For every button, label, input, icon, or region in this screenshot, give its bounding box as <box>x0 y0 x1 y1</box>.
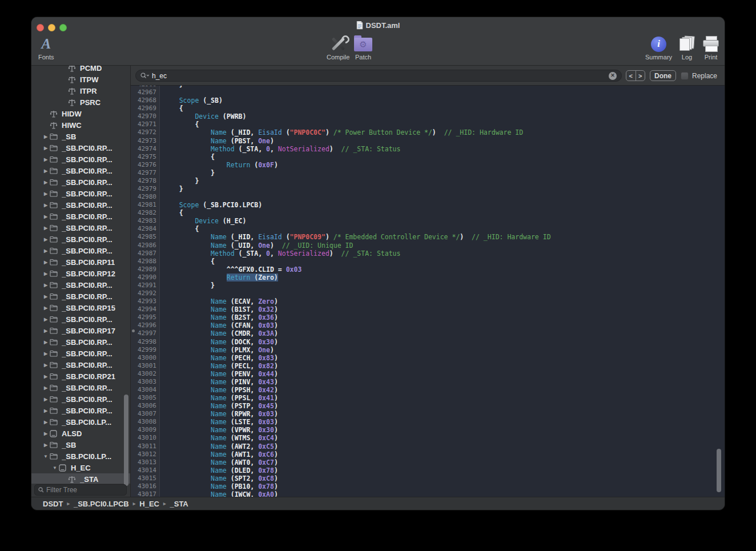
disclosure-collapsed-icon[interactable]: ▶ <box>42 180 50 185</box>
patch-button[interactable]: ⚙ Patch <box>354 35 372 61</box>
disclosure-collapsed-icon[interactable]: ▶ <box>42 226 50 231</box>
sidebar-item-sb-pci0-rp[interactable]: ▶_SB.PCI0.RP... <box>31 336 130 348</box>
code-line: 43013 Name (AWT0, 0xC7) <box>131 459 725 466</box>
disclosure-collapsed-icon[interactable]: ▶ <box>42 431 50 436</box>
sidebar-item-sta[interactable]: _STA <box>31 473 130 484</box>
sidebar-item-sb-pci0-rp[interactable]: ▶_SB.PCI0.RP... <box>31 176 130 188</box>
disclosure-expanded-icon[interactable]: ▼ <box>42 454 50 459</box>
disclosure-collapsed-icon[interactable]: ▶ <box>42 271 50 276</box>
sidebar-item-sb-pci0-rp[interactable]: ▶_SB.PCI0.RP... <box>31 359 130 371</box>
sidebar-item-sb-pci0-rp[interactable]: ▶_SB.PCI0.RP... <box>31 405 130 416</box>
sidebar-item-sb-pci0-rp17[interactable]: ▶_SB.PCI0.RP17 <box>31 325 130 336</box>
sidebar-item-sb-pci0-rp[interactable]: ▶_SB.PCI0.RP... <box>31 313 130 325</box>
sidebar-item-sb-pci0-rp21[interactable]: ▶_SB.PCI0.RP21 <box>31 371 130 382</box>
print-button-label: Print <box>705 54 718 61</box>
disclosure-collapsed-icon[interactable]: ▶ <box>42 237 50 242</box>
sidebar-item-sb-pci0-rp[interactable]: ▶_SB.PCI0.RP... <box>31 348 130 359</box>
sidebar-item-sb-pci0-rp[interactable]: ▶_SB.PCI0.RP... <box>31 382 130 393</box>
find-previous-button[interactable]: < <box>626 71 636 81</box>
sidebar-item-sb-pci0-rp[interactable]: ▶_SB.PCI0.RP... <box>31 154 130 165</box>
sidebar-scrollbar[interactable] <box>124 395 128 486</box>
sidebar-item-hidw[interactable]: HIDW <box>31 108 130 119</box>
splitter-handle[interactable] <box>132 329 135 332</box>
disclosure-collapsed-icon[interactable]: ▶ <box>42 260 50 265</box>
disclosure-collapsed-icon[interactable]: ▶ <box>42 283 50 288</box>
disclosure-collapsed-icon[interactable]: ▶ <box>42 157 50 162</box>
line-number: 42999 <box>131 346 160 354</box>
search-input[interactable]: h_ec ✕ <box>135 70 622 82</box>
sidebar-item-sb-pci0-rp[interactable]: ▶_SB.PCI0.RP... <box>31 142 130 154</box>
sidebar-item-itpr[interactable]: ITPR <box>31 85 130 96</box>
fonts-button[interactable]: A Fonts <box>38 35 54 61</box>
sidebar-item-label: _SB.PCI0.RP... <box>62 144 112 152</box>
sidebar-item-sb-pci0-rp15[interactable]: ▶_SB.PCI0.RP15 <box>31 302 130 313</box>
sidebar-item-hiwc[interactable]: HIWC <box>31 119 130 131</box>
sidebar-tree: PCMDITPWITPRPSRCHIDWHIWC▶_SB▶_SB.PCI0.RP… <box>31 66 130 484</box>
sidebar-item-label: _SB.PCI0.RP... <box>62 315 112 324</box>
disclosure-collapsed-icon[interactable]: ▶ <box>42 340 50 345</box>
disclosure-collapsed-icon[interactable]: ▶ <box>42 214 50 219</box>
disclosure-collapsed-icon[interactable]: ▶ <box>42 328 50 333</box>
sidebar-item-sb-pci0-rp[interactable]: ▶_SB.PCI0.RP... <box>31 279 130 291</box>
sidebar-item-sb-pci0-rp[interactable]: ▶_SB.PCI0.RP... <box>31 291 130 302</box>
sidebar-item-sb[interactable]: ▶_SB <box>31 439 130 451</box>
replace-checkbox[interactable] <box>681 72 689 80</box>
disclosure-collapsed-icon[interactable]: ▶ <box>42 385 50 391</box>
sidebar-item-sb-pci0-rp[interactable]: ▶_SB.PCI0.RP... <box>31 245 130 256</box>
disclosure-collapsed-icon[interactable]: ▶ <box>42 248 50 254</box>
code-line: 42985 Name (_HID, EisaId ("PNP0C09") /* … <box>131 233 725 241</box>
disclosure-collapsed-icon[interactable]: ▶ <box>42 168 50 174</box>
sidebar-item-sb-pci0-rp[interactable]: ▶_SB.PCI0.RP... <box>31 199 130 211</box>
filter-tree-input[interactable]: Filter Tree <box>34 484 127 496</box>
disclosure-collapsed-icon[interactable]: ▶ <box>42 374 50 379</box>
sidebar-item-sb-pci0-rp[interactable]: ▶_SB.PCI0.RP... <box>31 234 130 245</box>
done-button[interactable]: Done <box>650 70 676 81</box>
code-text: Name (_HID, EisaId ("PNP0C09") /* Embedd… <box>160 233 725 241</box>
sidebar-item-sb-pci0-rp[interactable]: ▶_SB.PCI0.RP... <box>31 222 130 234</box>
disclosure-expanded-icon[interactable]: ▼ <box>51 465 59 470</box>
sidebar-item-sb-pci0-lp[interactable]: ▼_SB.PCI0.LP... <box>31 451 130 462</box>
disclosure-collapsed-icon[interactable]: ▶ <box>42 294 50 299</box>
disclosure-collapsed-icon[interactable]: ▶ <box>42 191 50 196</box>
disclosure-collapsed-icon[interactable]: ▶ <box>42 203 50 208</box>
line-number: 42998 <box>131 338 160 346</box>
disclosure-collapsed-icon[interactable]: ▶ <box>42 317 50 322</box>
sidebar-item-sb[interactable]: ▶_SB <box>31 131 130 142</box>
find-next-button[interactable]: > <box>636 71 645 81</box>
sidebar-item-sb-pci0-rp[interactable]: ▶_SB.PCI0.RP... <box>31 188 130 199</box>
disclosure-collapsed-icon[interactable]: ▶ <box>42 420 50 425</box>
disclosure-collapsed-icon[interactable]: ▶ <box>42 351 50 356</box>
code-text: Name (PB10, 0x78) <box>160 482 725 490</box>
line-number: 42989 <box>131 266 160 274</box>
sidebar-item-h-ec[interactable]: ▼H_EC <box>31 462 130 473</box>
sidebar-item-sb-pci0-rp12[interactable]: ▶_SB.PCI0.RP12 <box>31 268 130 279</box>
line-number: 43007 <box>131 410 160 418</box>
sidebar-item-alsd[interactable]: ▶ALSD <box>31 428 130 439</box>
sidebar-item-label: _SB.PCI0.RP... <box>62 235 112 244</box>
sidebar-item-sb-pci0-rp[interactable]: ▶_SB.PCI0.RP... <box>31 393 130 405</box>
sidebar-item-sb-pci0-rp[interactable]: ▶_SB.PCI0.RP... <box>31 211 130 222</box>
disclosure-collapsed-icon[interactable]: ▶ <box>42 363 50 368</box>
line-number: 42975 <box>131 153 160 161</box>
disclosure-collapsed-icon[interactable]: ▶ <box>42 397 50 402</box>
editor-scrollbar[interactable] <box>717 449 721 492</box>
print-button[interactable]: Print <box>703 35 719 61</box>
clear-search-button[interactable]: ✕ <box>609 72 617 80</box>
sidebar-item-psrc[interactable]: PSRC <box>31 96 130 108</box>
sidebar-item-sb-pci0-lp[interactable]: ▶_SB.PCI0.LP... <box>31 416 130 428</box>
disclosure-collapsed-icon[interactable]: ▶ <box>42 146 50 151</box>
code-line: 43007 Name (RPWR, 0x03) <box>131 410 725 418</box>
disclosure-collapsed-icon[interactable]: ▶ <box>42 408 50 413</box>
sidebar-item-pcmd[interactable]: PCMD <box>31 66 130 74</box>
summary-button[interactable]: i Summary <box>645 35 672 61</box>
disclosure-collapsed-icon[interactable]: ▶ <box>42 305 50 311</box>
sidebar-item-sb-pci0-rp11[interactable]: ▶_SB.PCI0.RP11 <box>31 256 130 268</box>
disclosure-collapsed-icon[interactable]: ▶ <box>42 134 50 139</box>
sidebar-item-itpw[interactable]: ITPW <box>31 74 130 85</box>
sidebar-item-label: HIWC <box>62 121 82 130</box>
compile-button[interactable]: Compile <box>327 35 349 61</box>
code-editor[interactable]: 42966 }4296742968 Scope (_SB)42969 {4297… <box>131 85 725 497</box>
log-button[interactable]: Log <box>679 35 694 61</box>
sidebar-item-sb-pci0-rp[interactable]: ▶_SB.PCI0.RP... <box>31 165 130 176</box>
disclosure-collapsed-icon[interactable]: ▶ <box>42 443 50 448</box>
